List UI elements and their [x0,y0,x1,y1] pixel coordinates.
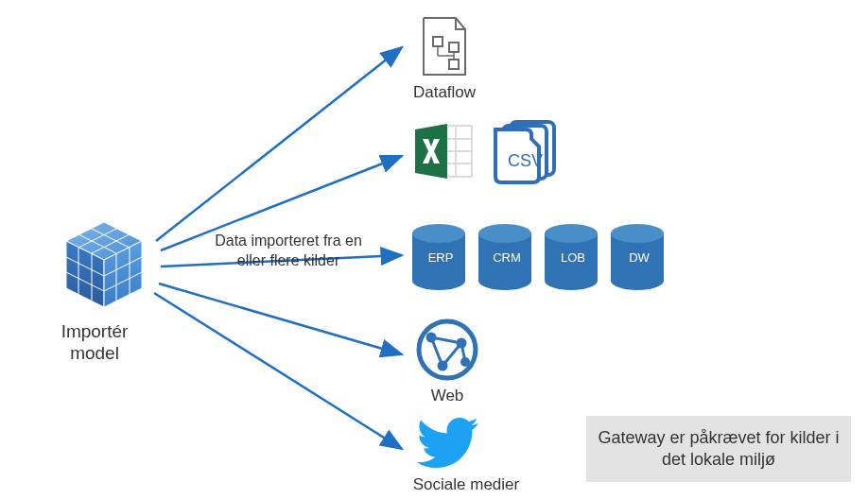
svg-point-37 [412,224,465,243]
svg-point-43 [545,224,598,243]
gateway-note-text: Gateway er påkrævet for kilder i det lok… [596,427,842,472]
twitter-icon [414,416,482,476]
svg-line-19 [159,284,402,354]
cylinder-erp-label: ERP [414,250,467,265]
svg-line-16 [156,47,402,241]
gateway-note: Gateway er påkrævet for kilder i det lok… [586,416,851,482]
dataflow-icon [416,14,473,84]
svg-point-55 [460,357,470,367]
cylinder-lob-label: LOB [547,250,599,265]
svg-point-53 [457,338,467,349]
csv-label: CSV [508,151,543,171]
svg-point-47 [419,321,476,378]
dataflow-label: Dataflow [407,83,482,102]
social-label: Sociale medier [405,475,528,494]
import-model-cube [57,217,151,316]
cylinder-crm-label: CRM [480,250,533,265]
cylinder-dw-label: DW [613,250,666,265]
svg-point-40 [478,224,531,243]
svg-point-52 [426,333,437,343]
web-label: Web [424,387,471,405]
excel-icon [411,118,477,188]
arrow-caption: Data importeret fra en eller flere kilde… [203,232,373,271]
svg-line-20 [154,293,402,449]
import-model-label: Importér model [57,321,132,365]
svg-point-54 [438,361,448,371]
svg-point-46 [611,224,664,243]
web-icon [414,317,480,387]
